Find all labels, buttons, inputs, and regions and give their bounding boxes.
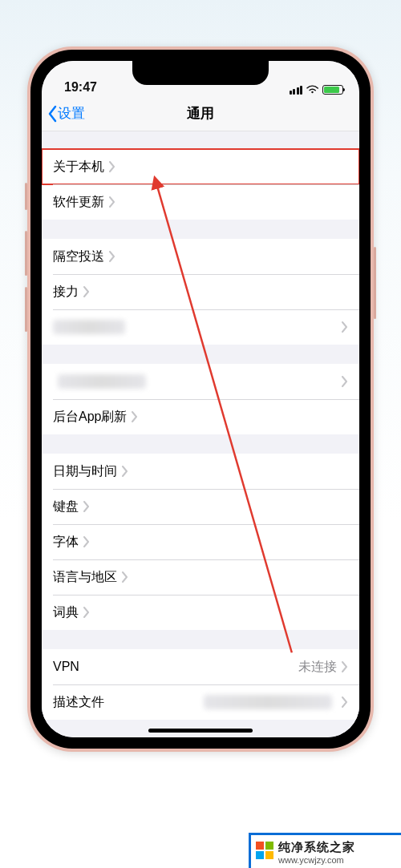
row-label: 字体 <box>53 534 79 551</box>
row-language-region[interactable]: 语言与地区 <box>42 559 359 595</box>
chevron-right-icon <box>122 466 128 477</box>
settings-group: 隔空投送 接力 <box>42 239 359 345</box>
chevron-right-icon <box>83 286 90 297</box>
watermark-title: 纯净系统之家 <box>278 840 355 855</box>
cellular-signal-icon <box>290 86 303 95</box>
row-label: 后台App刷新 <box>53 409 127 426</box>
home-indicator <box>148 729 253 733</box>
row-airdrop[interactable]: 隔空投送 <box>42 239 359 274</box>
screen: 19:47 设置 通用 关于本 <box>42 61 359 737</box>
row-label: 接力 <box>53 284 79 301</box>
row-fonts[interactable]: 字体 <box>42 524 359 559</box>
settings-list: 关于本机 软件更新 隔空投送 接力 <box>42 131 359 737</box>
chevron-right-icon <box>342 696 348 708</box>
chevron-left-icon <box>47 105 58 123</box>
row-redacted[interactable] <box>42 309 359 345</box>
settings-group: 日期与时间 键盘 字体 语言与地区 <box>42 454 359 630</box>
navigation-bar: 设置 通用 <box>42 96 359 131</box>
row-software-update[interactable]: 软件更新 <box>42 184 359 220</box>
row-label: 描述文件 <box>53 694 104 711</box>
chevron-right-icon <box>342 376 348 387</box>
row-label: 语言与地区 <box>53 569 117 586</box>
chevron-right-icon <box>342 661 348 672</box>
chevron-right-icon <box>109 196 115 208</box>
chevron-right-icon <box>109 161 115 172</box>
watermark: 纯净系统之家 www.ycwjzy.com <box>249 833 401 868</box>
row-profiles[interactable]: 描述文件 <box>42 684 359 720</box>
redacted-label <box>58 374 146 389</box>
redacted-value <box>204 695 332 709</box>
page-title: 通用 <box>42 104 359 123</box>
row-keyboard[interactable]: 键盘 <box>42 489 359 524</box>
row-handoff[interactable]: 接力 <box>42 274 359 309</box>
row-label: 词典 <box>53 604 79 621</box>
back-button[interactable]: 设置 <box>42 104 85 123</box>
row-background-app-refresh[interactable]: 后台App刷新 <box>42 399 359 434</box>
row-about[interactable]: 关于本机 <box>42 149 359 184</box>
row-label: 隔空投送 <box>53 248 104 265</box>
redacted-label <box>53 320 125 334</box>
chevron-right-icon <box>109 251 115 262</box>
row-redacted[interactable] <box>42 364 359 399</box>
row-vpn[interactable]: VPN 未连接 <box>42 649 359 684</box>
battery-icon <box>322 85 343 95</box>
side-button <box>25 231 27 276</box>
side-button <box>25 287 27 332</box>
row-label: 键盘 <box>53 499 79 515</box>
row-value: 未连接 <box>298 659 337 676</box>
phone-frame: 19:47 设置 通用 关于本 <box>27 46 374 752</box>
settings-group: 关于本机 软件更新 <box>42 149 359 220</box>
chevron-right-icon <box>83 536 90 547</box>
row-label: 关于本机 <box>53 159 104 176</box>
chevron-right-icon <box>83 607 90 618</box>
settings-group: VPN 未连接 描述文件 <box>42 649 359 720</box>
wifi-icon <box>306 85 318 95</box>
chevron-right-icon <box>122 571 128 583</box>
row-label: 日期与时间 <box>53 463 117 480</box>
row-date-time[interactable]: 日期与时间 <box>42 454 359 489</box>
chevron-right-icon <box>342 321 348 333</box>
notch <box>132 61 269 85</box>
row-dictionary[interactable]: 词典 <box>42 595 359 630</box>
settings-group: 后台App刷新 <box>42 364 359 434</box>
back-label: 设置 <box>58 104 85 123</box>
row-label: 软件更新 <box>53 194 104 211</box>
chevron-right-icon <box>83 501 90 512</box>
status-time: 19:47 <box>64 80 97 95</box>
watermark-url: www.ycwjzy.com <box>278 855 344 865</box>
row-label: VPN <box>53 660 79 674</box>
watermark-logo-icon <box>256 842 273 859</box>
chevron-right-icon <box>132 411 138 422</box>
side-button <box>374 247 376 319</box>
side-button <box>25 183 27 210</box>
